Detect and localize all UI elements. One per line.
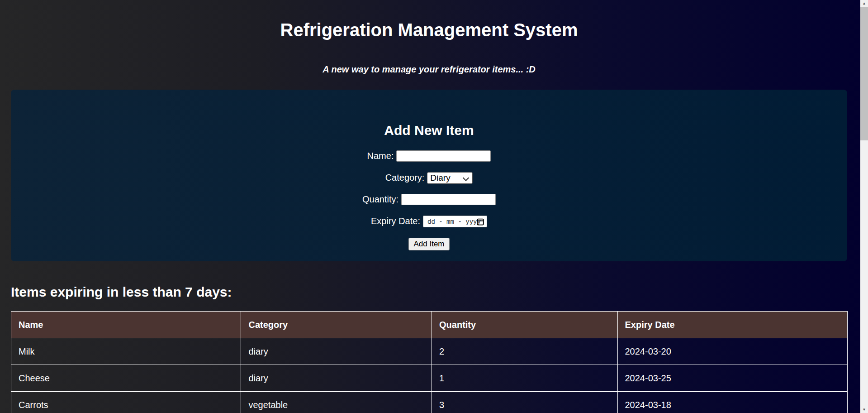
category-row: Category:Diary: [11, 171, 847, 183]
table-row: Carrots vegetable 3 2024-03-18: [11, 392, 848, 413]
cell-category: vegetable: [241, 392, 432, 413]
expiry-label: Expiry Date:: [371, 216, 420, 226]
page-subtitle: A new way to manage your refrigerator it…: [11, 64, 847, 75]
add-item-panel: Add New Item Name: Category:Diary Quanti…: [11, 90, 847, 261]
expiry-row: Expiry Date:dd - mm - yyyy: [11, 215, 847, 227]
calendar-icon[interactable]: [477, 218, 484, 229]
cell-category: diary: [241, 338, 432, 365]
quantity-label: Quantity:: [362, 194, 398, 204]
add-item-form: Name: Category:Diary Quantity: Expiry Da…: [11, 149, 847, 250]
chevron-down-icon: [463, 175, 469, 181]
cell-quantity: 1: [432, 365, 617, 392]
table-row: Milk diary 2 2024-03-20: [11, 338, 848, 365]
column-header-quantity: Quantity: [432, 312, 617, 338]
cell-expiry: 2024-03-18: [617, 392, 848, 413]
vertical-scrollbar[interactable]: ▲ ▼: [860, 0, 868, 413]
expiry-date-input[interactable]: dd - mm - yyyy: [423, 216, 487, 227]
cell-expiry: 2024-03-25: [617, 365, 848, 392]
category-label: Category:: [385, 173, 425, 182]
cell-quantity: 3: [432, 392, 617, 413]
cell-expiry: 2024-03-20: [617, 338, 848, 365]
column-header-name: Name: [11, 312, 241, 338]
quantity-input[interactable]: [401, 194, 496, 205]
category-select[interactable]: Diary: [427, 172, 473, 184]
expiring-items-table: Name Category Quantity Expiry Date Milk …: [11, 311, 848, 413]
scroll-down-icon[interactable]: ▼: [860, 406, 868, 413]
cell-name: Milk: [11, 338, 241, 365]
scrollbar-thumb[interactable]: [860, 7, 868, 140]
cell-name: Carrots: [11, 392, 241, 413]
form-actions: Add Item: [11, 238, 847, 250]
name-row: Name:: [11, 149, 847, 162]
page-content: Refrigeration Management System A new wa…: [11, 20, 847, 413]
name-label: Name:: [367, 151, 394, 161]
page-title: Refrigeration Management System: [11, 20, 847, 40]
quantity-row: Quantity:: [11, 193, 847, 205]
add-item-heading: Add New Item: [11, 123, 847, 138]
column-header-expiry: Expiry Date: [617, 312, 848, 338]
cell-name: Cheese: [11, 365, 241, 392]
table-header-row: Name Category Quantity Expiry Date: [11, 312, 848, 338]
scroll-up-icon[interactable]: ▲: [860, 0, 868, 7]
column-header-category: Category: [241, 312, 432, 338]
cell-category: diary: [241, 365, 432, 392]
expiring-heading: Items expiring in less than 7 days:: [11, 284, 847, 300]
cell-quantity: 2: [432, 338, 617, 365]
expiry-placeholder: dd - mm - yyyy: [427, 218, 481, 225]
table-row: Cheese diary 1 2024-03-25: [11, 365, 848, 392]
name-input[interactable]: [396, 150, 491, 162]
category-selected-value: Diary: [430, 173, 450, 182]
add-item-button[interactable]: Add Item: [408, 238, 449, 250]
